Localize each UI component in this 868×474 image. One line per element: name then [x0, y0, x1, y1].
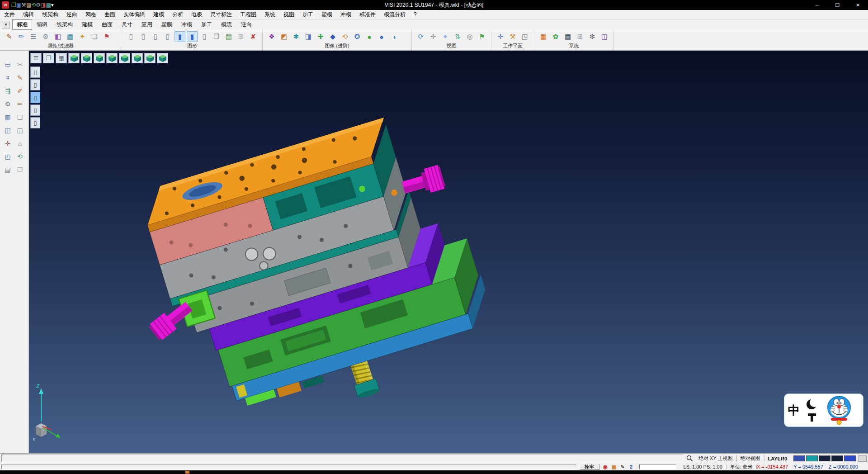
ribbon-icon[interactable]: ❖ [266, 31, 277, 42]
menu-item[interactable]: 实体编辑 [119, 10, 149, 19]
dock-tool-icon[interactable]: ✛ [2, 138, 14, 148]
ribbon-icon[interactable]: ⟲ [340, 31, 350, 42]
toolbar-tab[interactable]: 线架构 [52, 19, 77, 30]
quick-access-icon[interactable]: ❐ [11, 2, 16, 8]
ribbon-icon[interactable]: ❒ [211, 31, 222, 42]
quick-access-icon[interactable]: ◨ [41, 2, 46, 8]
quick-access-icon[interactable]: ▾ [51, 2, 54, 8]
view-orientation-button[interactable] [106, 53, 118, 63]
ribbon-icon[interactable]: ✘ [248, 31, 259, 42]
ribbon-icon[interactable]: ✚ [315, 31, 326, 42]
toolbar-tab[interactable]: 尺寸 [117, 19, 137, 30]
ribbon-icon[interactable]: ⚑ [101, 31, 112, 42]
ribbon-icon[interactable]: ● [376, 31, 387, 42]
status-tool-icon[interactable]: ✎ [618, 464, 627, 470]
dock-tool-icon[interactable]: ▥ [2, 112, 14, 122]
minimize-button[interactable]: ─ [807, 0, 827, 10]
windows-taskbar-strip[interactable] [0, 470, 868, 474]
quick-access-icon[interactable]: ▤ [26, 2, 31, 8]
view-orientation-button[interactable] [81, 53, 92, 63]
ribbon-icon[interactable]: ⇅ [452, 31, 463, 42]
ribbon-icon[interactable]: ▮ [187, 31, 198, 42]
view-orientation-button[interactable] [94, 53, 105, 63]
toolbar-tab[interactable]: 编辑 [32, 19, 52, 30]
dock-tool-icon[interactable]: ◱ [14, 125, 26, 135]
view-orientation-button[interactable] [119, 53, 130, 63]
ribbon-icon[interactable]: ✏ [16, 31, 27, 42]
3d-viewport[interactable]: ☰❐▦ [29, 51, 868, 453]
menu-item[interactable]: ? [410, 10, 421, 19]
status-input-field[interactable] [639, 464, 676, 469]
toolbar-tab[interactable]: 曲面 [97, 19, 117, 30]
toolbar-tab[interactable]: 逆向 [236, 19, 256, 30]
dock-tool-icon[interactable]: ⌂ [14, 138, 26, 148]
toolbar-tab[interactable]: 冲模 [177, 19, 197, 30]
dock-tool-icon[interactable]: ✎ [14, 73, 26, 82]
ribbon-icon[interactable]: ◧ [52, 31, 63, 42]
dock-tool-icon[interactable]: ◰ [2, 152, 14, 161]
selection-filter-button[interactable]: ▯ [30, 104, 40, 116]
layer-color-swatch[interactable] [844, 455, 856, 461]
dock-tool-icon[interactable]: ⟲ [14, 152, 26, 161]
ribbon-icon[interactable]: ▯ [150, 31, 161, 42]
ribbon-icon[interactable]: ⊞ [575, 31, 585, 42]
ribbon-icon[interactable]: ✛ [495, 31, 506, 42]
menu-item[interactable]: 标准件 [355, 10, 380, 19]
snap-lock-button[interactable]: 拴牢 [580, 464, 599, 470]
view-mode-indicator[interactable]: 绝对 XY 上视图 [695, 455, 736, 462]
ribbon-icon[interactable]: ◎ [464, 31, 475, 42]
menu-item[interactable]: 线架构 [38, 10, 62, 19]
menu-item[interactable]: 电极 [187, 10, 206, 19]
active-layer-indicator[interactable]: LAYER0 [764, 456, 791, 461]
ribbon-icon[interactable]: ▯ [162, 31, 173, 42]
view-orientation-button[interactable] [132, 53, 143, 63]
selection-filter-button[interactable]: ▯ [30, 92, 40, 103]
ribbon-icon[interactable]: ⟳ [415, 31, 426, 42]
layer-color-swatch[interactable] [819, 455, 830, 461]
status-tool-icon[interactable]: 2 [627, 464, 636, 470]
quick-access-icon[interactable]: ⚒ [21, 2, 26, 8]
dock-tool-icon[interactable]: ⚙ [2, 99, 14, 109]
quick-access-icon[interactable]: ▣ [16, 2, 21, 8]
ribbon-icon[interactable]: ▯ [138, 31, 149, 42]
toolbar-tab[interactable]: 加工 [197, 19, 217, 30]
view-orientation-button[interactable] [144, 53, 156, 63]
dock-tool-icon[interactable]: ❐ [14, 165, 26, 174]
menu-item[interactable]: 模流分析 [380, 10, 410, 19]
ribbon-icon[interactable]: ⚑ [476, 31, 487, 42]
menu-item[interactable]: 视图 [279, 10, 298, 19]
ribbon-icon[interactable]: ▦ [562, 31, 573, 42]
layer-color-swatch[interactable] [806, 455, 818, 461]
menu-item[interactable]: 加工 [298, 10, 317, 19]
viewport-utility-button[interactable]: ▦ [56, 53, 67, 63]
dock-tool-icon[interactable]: ✂ [14, 60, 26, 69]
ribbon-icon[interactable]: ⌖ [440, 31, 451, 42]
ribbon-icon[interactable]: ✦ [77, 31, 88, 42]
menu-item[interactable]: 编辑 [19, 10, 38, 19]
ribbon-icon[interactable]: ▯ [199, 31, 210, 42]
ribbon-icon[interactable]: ✱ [291, 31, 302, 42]
close-button[interactable]: ✕ [848, 0, 868, 10]
menu-item[interactable]: 尺寸标注 [206, 10, 236, 19]
dock-tool-icon[interactable]: ✐ [14, 86, 26, 95]
toolbar-tab[interactable]: 建模 [77, 19, 97, 30]
menu-item[interactable]: 逆向 [62, 10, 81, 19]
ribbon-icon[interactable]: ▮ [175, 31, 185, 42]
menu-item[interactable]: 冲模 [336, 10, 355, 19]
selection-filter-button[interactable]: ▯ [30, 66, 40, 78]
menu-item[interactable]: 塑模 [317, 10, 336, 19]
status-tool-icon[interactable]: ◉ [601, 464, 610, 470]
ribbon-icon[interactable]: ◩ [278, 31, 289, 42]
ribbon-icon[interactable]: ▦ [65, 31, 75, 42]
ribbon-icon[interactable]: ❏ [89, 31, 100, 42]
layer-color-swatch[interactable] [793, 455, 805, 461]
ribbon-icon[interactable]: ◳ [519, 31, 530, 42]
ribbon-icon[interactable]: ⊞ [236, 31, 246, 42]
quick-access-icon[interactable]: ⚙ [36, 2, 41, 8]
dock-tool-icon[interactable]: ▭ [2, 60, 14, 69]
search-icon[interactable] [686, 455, 693, 462]
ribbon-icon[interactable]: ✪ [352, 31, 363, 42]
ribbon-icon[interactable]: ✎ [4, 31, 14, 42]
menu-item[interactable]: 曲面 [100, 10, 119, 19]
ribbon-icon[interactable]: ◫ [599, 31, 610, 42]
